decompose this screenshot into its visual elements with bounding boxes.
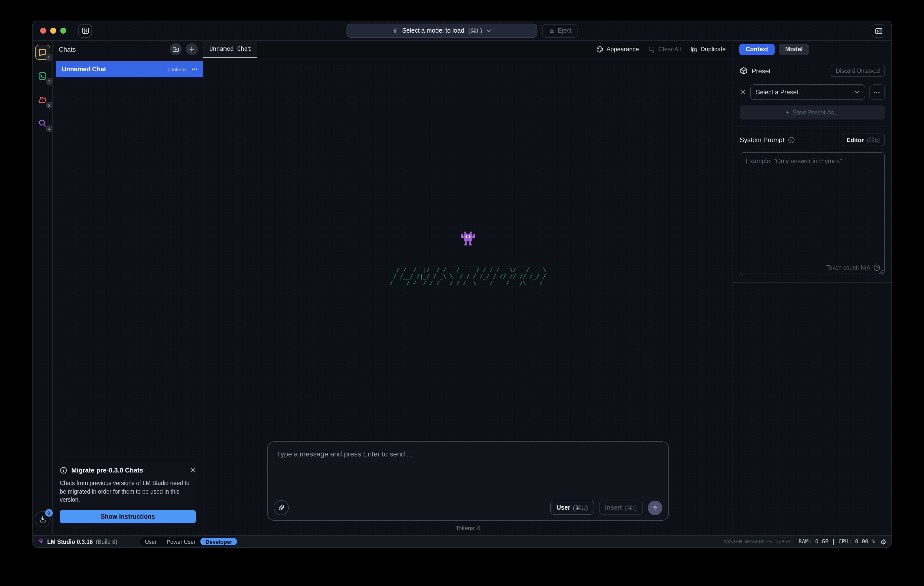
traffic-lights — [40, 28, 66, 34]
panel-left-icon — [81, 26, 89, 35]
system-prompt-input[interactable] — [740, 153, 884, 275]
mode-user[interactable]: User — [140, 538, 162, 545]
downloads-button[interactable]: 0 — [35, 511, 51, 527]
clear-all-label: Clear All — [658, 46, 681, 53]
desktop: Select a model to load (⌘L) Eject — [0, 0, 924, 586]
lm-studio-window: Select a model to load (⌘L) Eject — [32, 21, 892, 548]
close-window-button[interactable] — [40, 28, 46, 34]
tab-model[interactable]: Model — [779, 43, 809, 55]
nav-discover-button[interactable]: 4 — [35, 116, 50, 130]
nav-my-models-badge: 3 — [46, 102, 53, 109]
package-icon — [740, 67, 748, 75]
gear-icon[interactable]: ⚙ — [880, 538, 886, 545]
system-prompt-footer: Token count: N/A ? — [826, 264, 880, 271]
system-prompt-box: Token count: N/A ? — [740, 152, 885, 275]
clear-preset-icon[interactable] — [740, 89, 746, 96]
open-editor-button[interactable]: Editor (⌘E) — [842, 134, 885, 146]
model-selector[interactable]: Select a model to load (⌘L) — [346, 23, 537, 38]
user-button-shortcut: (⌘U) — [573, 504, 588, 512]
preset-select-row: Select a Preset... ••• — [740, 84, 885, 100]
preset-header: Preset Discard Unsaved — [740, 65, 885, 77]
chats-panel: Chats — [53, 41, 203, 535]
minimize-window-button[interactable] — [50, 28, 56, 34]
status-bar: LM Studio 0.3.16 (Build 8) User Power Us… — [33, 535, 891, 547]
mode-developer[interactable]: Developer — [201, 538, 237, 545]
save-preset-button[interactable]: + Save Preset As... — [740, 106, 885, 119]
composer-area: User (⌘U) Insert (⌘I) — [203, 441, 733, 531]
model-selector-shortcut: (⌘L) — [468, 27, 482, 35]
appearance-label: Appearance — [606, 46, 639, 53]
titlebar-center: Select a model to load (⌘L) Eject — [33, 21, 891, 40]
new-folder-button[interactable] — [170, 43, 182, 55]
preset-more-button[interactable]: ••• — [869, 84, 885, 100]
send-message-button[interactable] — [648, 500, 662, 515]
save-preset-label: Save Preset As... — [793, 109, 839, 116]
user-mode-switch: User Power User Developer — [139, 537, 239, 546]
appearance-button[interactable]: Appearance — [596, 45, 639, 53]
nav-developer-button[interactable]: 2 — [35, 68, 50, 83]
attach-file-button[interactable] — [274, 500, 289, 515]
plus-icon — [188, 46, 195, 53]
nav-developer-badge: 2 — [46, 78, 53, 85]
preset-select[interactable]: Select a Preset... — [750, 84, 865, 100]
discard-unsaved-button[interactable]: Discard Unsaved — [831, 65, 885, 77]
composer-controls: User (⌘U) Insert (⌘I) — [274, 500, 662, 515]
download-icon — [38, 515, 46, 523]
insert-button[interactable]: Insert (⌘I) — [599, 501, 643, 515]
folder-plus-icon — [172, 46, 179, 53]
eject-icon — [548, 27, 554, 34]
mode-power-user[interactable]: Power User — [162, 538, 201, 545]
lm-studio-mascot-icon — [458, 231, 478, 249]
toggle-right-sidebar-button[interactable] — [872, 24, 885, 38]
chat-more-button[interactable]: ••• — [191, 67, 198, 72]
eject-label: Eject — [558, 27, 572, 34]
message-input[interactable] — [274, 447, 662, 500]
close-icon[interactable] — [190, 467, 196, 473]
status-right: SYSTEM RESOURCES USAGE: RAM: 0 GB | CPU:… — [724, 538, 886, 545]
migration-notice: Migrate pre-0.3.0 Chats Chats from previ… — [59, 461, 197, 528]
token-count-label: Token count: N/A — [826, 265, 870, 271]
chats-header-actions — [170, 43, 198, 55]
app-version: LM Studio 0.3.16 — [47, 538, 93, 545]
empty-state: __ __ ___ ___________ ______ ________ / … — [203, 231, 733, 287]
send-as-user-button[interactable]: User (⌘U) — [550, 501, 594, 515]
insert-button-shortcut: (⌘I) — [624, 504, 637, 512]
duplicate-label: Duplicate — [701, 46, 726, 53]
main-area: Unnamed Chat Appearance Clea — [203, 41, 733, 535]
model-selector-label: Select a model to load — [402, 27, 464, 34]
svg-text:?: ? — [790, 138, 792, 142]
migration-header: Migrate pre-0.3.0 Chats — [60, 467, 196, 474]
editor-label: Editor — [846, 136, 864, 144]
tab-strip: Unnamed Chat Appearance Clea — [203, 41, 733, 58]
resize-handle-icon[interactable] — [878, 269, 883, 274]
help-icon[interactable]: ? — [788, 136, 795, 144]
system-prompt-header: System Prompt ? Editor (⌘E) — [740, 134, 885, 146]
svg-text:?: ? — [876, 266, 878, 270]
search-icon — [38, 118, 47, 128]
tab-context[interactable]: Context — [739, 43, 775, 55]
insert-button-label: Insert — [605, 504, 622, 511]
new-chat-button[interactable] — [186, 43, 198, 55]
system-prompt-section: System Prompt ? Editor (⌘E) Token count:… — [733, 127, 891, 283]
chat-row-right: 0 tokens ••• — [167, 66, 198, 72]
toggle-left-sidebar-button[interactable] — [78, 24, 92, 37]
duplicate-button[interactable]: Duplicate — [690, 45, 726, 53]
preset-title: Preset — [752, 67, 771, 74]
chevron-down-icon — [854, 89, 860, 95]
clear-all-icon — [648, 45, 656, 53]
chat-list-item[interactable]: Unnamed Chat 0 tokens ••• — [56, 61, 203, 78]
tab-unnamed-chat[interactable]: Unnamed Chat — [203, 41, 257, 58]
info-icon — [60, 467, 67, 474]
zoom-window-button[interactable] — [60, 28, 66, 34]
nav-chat-button[interactable]: 1 — [35, 45, 50, 60]
content-row: 1 2 3 4 — [33, 41, 891, 535]
nav-my-models-button[interactable]: 3 — [35, 92, 50, 107]
chats-panel-title: Chats — [59, 45, 76, 53]
app-build: (Build 8) — [96, 538, 117, 545]
eject-model-button[interactable]: Eject — [542, 24, 578, 37]
nav-chat-badge: 1 — [45, 54, 52, 61]
clear-all-button[interactable]: Clear All — [648, 45, 681, 53]
preset-section: Preset Discard Unsaved Select a Preset..… — [733, 58, 891, 127]
resources-label: SYSTEM RESOURCES USAGE: — [724, 539, 794, 544]
show-instructions-button[interactable]: Show Instructions — [60, 510, 196, 523]
